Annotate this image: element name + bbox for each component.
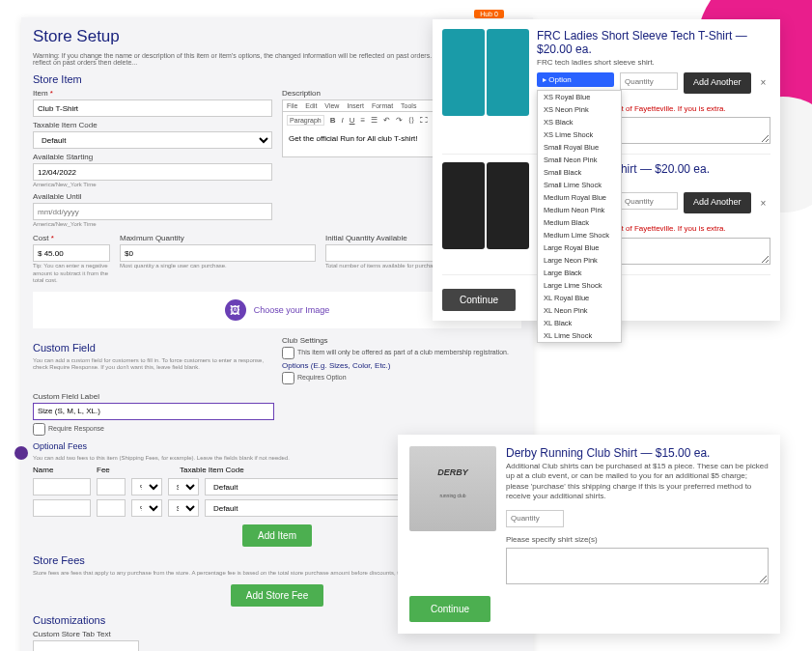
option-item[interactable]: Large Black bbox=[538, 267, 621, 279]
option-item[interactable]: Medium Black bbox=[538, 216, 621, 229]
product-1-title: FRC Ladies Short Sleeve Tech T-Shirt — $… bbox=[537, 29, 770, 56]
maxq-help: Most quantity a single user can purchase… bbox=[120, 263, 316, 269]
option-item[interactable]: XS Neon Pink bbox=[538, 103, 621, 116]
expand-icon[interactable]: ⛶ bbox=[420, 116, 428, 125]
add-another-button-1[interactable]: Add Another bbox=[684, 72, 751, 94]
fee-name-input-2[interactable] bbox=[33, 499, 91, 517]
option-item[interactable]: Medium Lime Shock bbox=[538, 229, 621, 241]
product-image-mens bbox=[442, 162, 529, 249]
option-item[interactable]: Large Royal Blue bbox=[538, 241, 621, 254]
cost-help: Tip: You can enter a negative amount to … bbox=[33, 263, 110, 284]
options-label: Options (E.g. Sizes, Color, Etc.) bbox=[282, 361, 521, 370]
option-item[interactable]: XL Black bbox=[538, 317, 621, 329]
close-icon[interactable]: × bbox=[761, 77, 767, 88]
derby-title: Derby Running Club Shirt — $15.00 ea. bbox=[506, 446, 769, 460]
maxq-input[interactable] bbox=[120, 244, 316, 262]
requires-option-checkbox[interactable] bbox=[282, 372, 294, 384]
frc-shirts-panel: FRC Ladies Short Sleeve Tech T-Shirt — $… bbox=[433, 19, 780, 321]
derby-quantity-input[interactable] bbox=[506, 510, 564, 527]
image-icon: 🖼 bbox=[225, 299, 246, 321]
option-item[interactable]: Large Lime Shock bbox=[538, 279, 621, 292]
taxcode-label: Taxable Item Code bbox=[33, 121, 272, 129]
specify-size-label: Please specify shirt size(s) bbox=[506, 535, 769, 544]
undo-icon[interactable]: ↶ bbox=[383, 116, 390, 125]
timezone-text-2: America/New_York Time bbox=[33, 221, 272, 228]
fee-amount-input-1[interactable] bbox=[97, 478, 126, 495]
option-item[interactable]: XS Lime Shock bbox=[538, 128, 621, 141]
option-item[interactable]: Medium Royal Blue bbox=[538, 191, 621, 204]
option-item[interactable]: XL Neon Pink bbox=[538, 304, 621, 317]
option-item[interactable]: XS Royal Blue bbox=[538, 91, 621, 103]
product-1-desc: FRC tech ladies short sleeve shirt. bbox=[537, 58, 770, 67]
derby-shirt-image: DERBY running club bbox=[409, 446, 496, 531]
option-item[interactable]: XL Lime Shock bbox=[538, 329, 621, 342]
fee-dollar-select-1[interactable]: $ bbox=[168, 478, 199, 495]
quantity-input-1[interactable] bbox=[620, 72, 678, 90]
product-1: FRC Ladies Short Sleeve Tech T-Shirt — $… bbox=[442, 29, 770, 155]
avail-start-input[interactable] bbox=[33, 163, 272, 181]
option-dropdown-list[interactable]: XS Royal BlueXS Neon PinkXS BlackXS Lime… bbox=[537, 90, 622, 343]
option-item[interactable]: Large Neon Pink bbox=[538, 254, 621, 267]
timezone-text: America/New_York Time bbox=[33, 182, 272, 188]
option-item[interactable]: Small Lime Shock bbox=[538, 179, 621, 191]
fee-pct-select-2[interactable]: % bbox=[131, 499, 162, 517]
bold-icon[interactable]: B bbox=[330, 116, 336, 125]
derby-desc: Additional Club shirts can be purchased … bbox=[506, 462, 769, 502]
fee-amount-input-2[interactable] bbox=[97, 499, 126, 517]
option-item[interactable]: Small Neon Pink bbox=[538, 154, 621, 166]
maxq-label: Maximum Quantity bbox=[120, 234, 316, 242]
hub-badge: Hub 0 bbox=[474, 10, 504, 18]
option-item[interactable]: XL Royal Blue bbox=[538, 292, 621, 304]
club-membership-checkbox[interactable] bbox=[282, 347, 294, 359]
quantity-input-2[interactable] bbox=[620, 192, 678, 210]
add-another-button-2[interactable]: Add Another bbox=[684, 192, 751, 213]
custom-field-label-input[interactable] bbox=[33, 403, 274, 420]
item-input[interactable] bbox=[33, 99, 272, 117]
fee-dollar-select-2[interactable]: $ bbox=[168, 499, 199, 517]
redo-icon[interactable]: ↷ bbox=[396, 116, 403, 125]
continue-button[interactable]: Continue bbox=[442, 289, 516, 311]
avail-start-label: Available Starting bbox=[33, 153, 272, 161]
derby-continue-button[interactable]: Continue bbox=[409, 596, 490, 622]
require-response-checkbox[interactable] bbox=[33, 423, 45, 436]
avail-until-input[interactable] bbox=[33, 203, 272, 220]
taxcode-select[interactable]: Default bbox=[33, 131, 272, 149]
option-dropdown[interactable]: ▸ Option bbox=[537, 72, 614, 87]
add-store-fee-button[interactable]: Add Store Fee bbox=[231, 584, 323, 607]
derby-shirt-panel: DERBY running club Derby Running Club Sh… bbox=[398, 435, 780, 634]
item-label: Item * bbox=[33, 89, 272, 98]
fee-name-input-1[interactable] bbox=[33, 478, 91, 495]
fee-pct-select-1[interactable]: % bbox=[131, 478, 162, 495]
custom-field-help: You can add a custom field for customers… bbox=[33, 357, 272, 371]
close-icon-2[interactable]: × bbox=[761, 198, 767, 209]
custom-field-heading: Custom Field bbox=[33, 342, 272, 354]
decorative-dot-purple bbox=[14, 446, 28, 460]
code-icon[interactable]: ⟨⟩ bbox=[408, 116, 414, 125]
option-item[interactable]: Small Black bbox=[538, 166, 621, 179]
align-icon[interactable]: ≡ bbox=[361, 116, 366, 125]
avail-until-label: Available Until bbox=[33, 192, 272, 201]
cfl-label: Custom Field Label bbox=[33, 392, 521, 401]
custom-tab-input[interactable] bbox=[33, 640, 139, 651]
add-item-button[interactable]: Add Item bbox=[242, 524, 312, 547]
option-item[interactable]: Small Royal Blue bbox=[538, 141, 621, 154]
club-settings-label: Club Settings bbox=[282, 336, 521, 345]
option-item[interactable]: Medium Neon Pink bbox=[538, 204, 621, 216]
italic-icon[interactable]: I bbox=[341, 116, 343, 125]
option-item[interactable]: XS Black bbox=[538, 116, 621, 128]
underline-icon[interactable]: U bbox=[350, 116, 355, 125]
cost-label: Cost * bbox=[33, 234, 110, 242]
cost-input[interactable] bbox=[33, 244, 110, 262]
product-image-ladies bbox=[442, 29, 529, 116]
list-icon[interactable]: ☰ bbox=[371, 116, 378, 125]
derby-size-textarea[interactable] bbox=[506, 548, 769, 584]
